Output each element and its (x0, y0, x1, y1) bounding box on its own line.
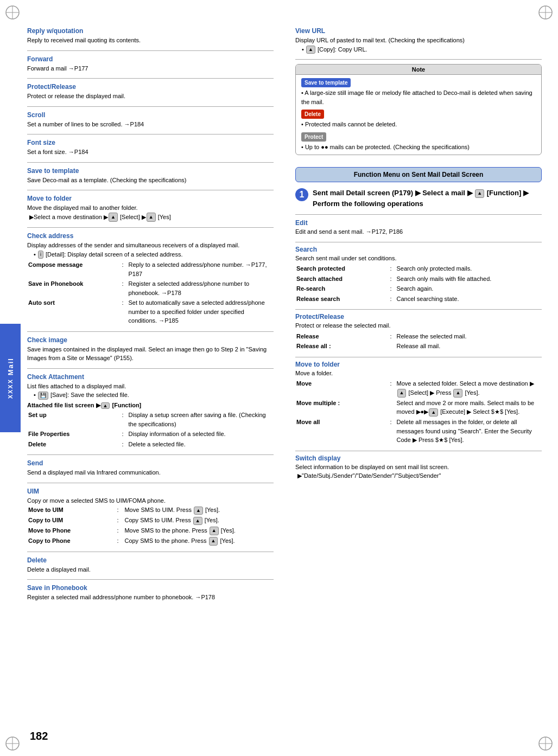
left-column: Reply w/quotation Reply to received mail… (27, 27, 279, 729)
delete-label: Delete (301, 110, 324, 119)
section-title-save-to-template: Save to template (27, 167, 274, 175)
corner-mark-br (537, 735, 554, 752)
protect-desc: Release all mail. (396, 341, 542, 351)
menu-label: Compose message (27, 260, 121, 279)
divider (295, 214, 542, 215)
section-body-forward: Forward a mail →P177 (27, 64, 274, 73)
section-body-move-to-folder: Move the displayed mail to another folde… (27, 203, 274, 213)
section-title-delete: Delete (27, 556, 274, 564)
move-to-folder-instruction: ▶Select a move destination ▶▲ [Select] ▶… (27, 213, 274, 222)
menu-desc: Register a selected address/phone number… (128, 279, 274, 298)
check-address-menu: Compose message : Reply to a selected ad… (27, 260, 274, 326)
content-area: Reply w/quotation Reply to received mail… (27, 27, 542, 729)
section-title-protect-release: Protect/Release (27, 83, 274, 91)
uim-desc: Move SMS to UIM. Press ▲ [Yes]. (123, 505, 274, 515)
section-body-save-to-template: Save Deco-mail as a template. (Checking … (27, 176, 274, 185)
divider (295, 357, 542, 357)
divider (27, 162, 274, 163)
colon (389, 398, 396, 417)
section-scroll: Scroll Set a number of lines to be scrol… (27, 111, 274, 129)
menu-item-save-phonebook: Save in Phonebook : Register a selected … (27, 279, 274, 298)
divider (27, 552, 274, 552)
search-menu-release: Release search : Cancel searching state. (295, 294, 542, 304)
section-search: Search Search sent mail under set condit… (295, 246, 542, 304)
corner-mark-tl (4, 4, 21, 21)
delete-note-text: • Protected mails cannot be deleted. (301, 120, 536, 129)
colon: : (389, 274, 396, 284)
section-body-reply-w-quotation: Reply to received mail quoting its conte… (27, 36, 274, 45)
protect-note-text: • Up to ●● mails can be protected. (Chec… (301, 143, 536, 152)
switch-display-instruction: ▶"Date/Subj./Sender"/"Date/Sender"/"Subj… (295, 471, 542, 481)
section-protect-release: Protect/Release Protect or release the d… (27, 83, 274, 101)
menu-item-file-properties: File Properties : Display information of… (27, 429, 274, 439)
divider (27, 331, 274, 332)
colon: : (121, 429, 128, 439)
menu-label: Delete (27, 439, 121, 450)
divider (295, 451, 542, 451)
section-body-check-address: Display addresses of the sender and simu… (27, 241, 274, 250)
section-title-switch-display: Switch display (295, 454, 542, 462)
section-body-save-phonebook: Register a selected mail address/phone n… (27, 593, 274, 602)
section-title-check-attachment: Check Attachment (27, 373, 274, 381)
search-menu-protected: Search protected : Search only protected… (295, 264, 542, 274)
protect-menu-release-all: Release all : Release all mail. (295, 341, 542, 351)
uim-menu-item-move-to-phone: Move to Phone : Move SMS to the phone. P… (27, 526, 274, 536)
divider (295, 59, 542, 60)
protect-desc: Release the selected mail. (396, 331, 542, 342)
section-title-scroll: Scroll (27, 111, 274, 119)
colon: : (121, 279, 128, 298)
attached-header: Attached file list screen ▶▲ [Function] (27, 402, 274, 409)
section-body-protect-release-right: Protect or release the selected mail. (295, 321, 542, 330)
uim-label: Move to UIM (27, 505, 116, 515)
uim-desc: Copy SMS to the phone. Press ▲ [Yes]. (123, 536, 274, 546)
section-title-uim: UIM (27, 488, 274, 495)
section-delete: Delete Delete a displayed mail. (27, 556, 274, 574)
section-title-save-phonebook: Save in Phonebook (27, 584, 274, 592)
colon: : (389, 379, 396, 398)
section-view-url: View URL Display URL of pasted to mail t… (295, 27, 542, 54)
move-desc: Select and move 2 or more mails. Select … (396, 398, 542, 417)
search-label: Search attached (295, 274, 389, 284)
colon: : (121, 410, 128, 429)
side-tab-label: Mail (7, 357, 15, 375)
section-check-address: Check address Display addresses of the s… (27, 232, 274, 326)
search-menu: Search protected : Search only protected… (295, 264, 542, 304)
move-menu-move: Move : Move a selected folder. Select a … (295, 379, 542, 398)
side-tab: Mail XXXX (0, 324, 21, 432)
divider (27, 106, 274, 107)
colon: : (116, 526, 123, 536)
menu-desc: Display a setup screen after saving a fi… (128, 410, 274, 429)
section-title-reply-w-quotation: Reply w/quotation (27, 27, 274, 35)
uim-label: Copy to UIM (27, 515, 116, 526)
menu-item-compose: Compose message : Reply to a selected ad… (27, 260, 274, 279)
menu-label: Set up (27, 410, 121, 429)
section-check-image: Check image Save images contained in the… (27, 336, 274, 363)
move-label: Move all (295, 417, 389, 445)
corner-mark-tr (537, 4, 554, 21)
section-reply-w-quotation: Reply w/quotation Reply to received mail… (27, 27, 274, 45)
uim-menu-item-move-to-uim: Move to UIM : Move SMS to UIM. Press ▲ [… (27, 505, 274, 515)
move-label: Move (295, 379, 389, 398)
protect-menu-release: Release : Release the selected mail. (295, 331, 542, 342)
side-tab-sublabel: XXXX (7, 379, 14, 399)
section-body-check-attachment: List files attached to a displayed mail. (27, 382, 274, 391)
divider (27, 134, 274, 134)
menu-label: File Properties (27, 429, 121, 439)
protect-label-rel: Release (295, 331, 389, 342)
section-body-edit: Edit and send a sent mail. →P172, P186 (295, 227, 542, 236)
colon: : (116, 536, 123, 546)
section-move-to-folder-right: Move to folder Move a folder. Move : Mov… (295, 361, 542, 445)
uim-desc: Move SMS to the phone. Press ▲ [Yes]. (123, 526, 274, 536)
search-desc: Search only mails with file attached. (396, 274, 542, 284)
uim-label: Copy to Phone (27, 536, 116, 546)
move-menu-move-all: Move all : Delete all messages in the fo… (295, 417, 542, 445)
section-title-search: Search (295, 246, 542, 253)
section-body-search: Search sent mail under set conditions. (295, 254, 542, 263)
colon: : (389, 264, 396, 274)
divider (27, 50, 274, 51)
move-desc: Delete all messages in the folder, or de… (396, 417, 542, 445)
divider (27, 579, 274, 580)
divider (27, 483, 274, 483)
divider (27, 227, 274, 228)
function-menu-banner: Function Menu on Sent Mail Detail Screen (295, 167, 542, 182)
